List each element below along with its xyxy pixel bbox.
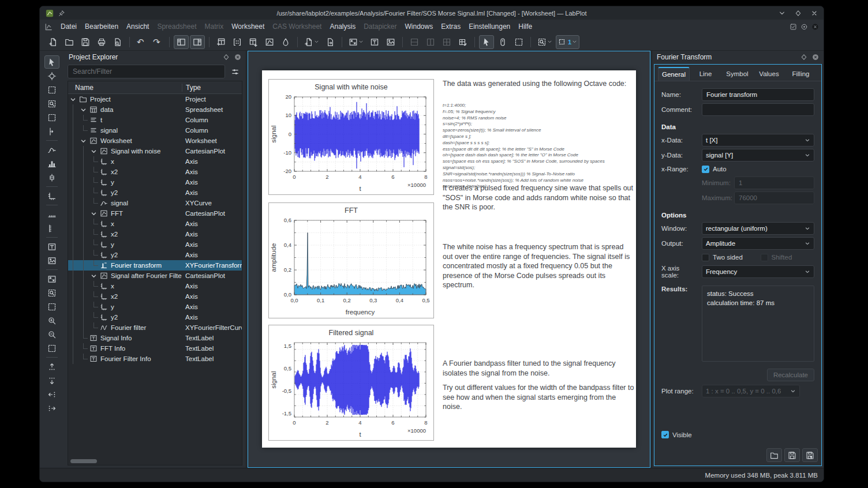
plot-fft[interactable]: FFT0,00,10,20,30,40,50,00,20,40,6frequen… bbox=[268, 202, 434, 318]
plot-range-select[interactable]: 1 : x = 0 .. 0,5, y = 0 .. 0,6 bbox=[702, 385, 800, 397]
side-tool-dashedbox-button[interactable] bbox=[44, 341, 59, 355]
tab-symbol[interactable]: Symbol bbox=[721, 67, 753, 81]
tree-row[interactable]: Fourier transformXYFourierTransformCurve bbox=[68, 260, 242, 271]
minimum-field[interactable] bbox=[734, 177, 814, 189]
side-tool-image-button[interactable] bbox=[44, 254, 59, 267]
side-tool-dashedbox-button[interactable] bbox=[44, 111, 59, 124]
dock-close-icon[interactable] bbox=[234, 54, 241, 61]
plot-signal-with-white-noise[interactable]: Signal with white noise02468-20-1001020t… bbox=[268, 79, 434, 195]
tab-general[interactable]: General bbox=[658, 67, 690, 81]
side-tool-axish-button[interactable] bbox=[44, 208, 59, 221]
tree-row[interactable]: yAxis bbox=[68, 177, 242, 187]
side-tool-axisv-button[interactable] bbox=[44, 222, 59, 235]
menu-windows[interactable]: Windows bbox=[401, 21, 437, 32]
tree-row[interactable]: x2Axis bbox=[68, 167, 242, 177]
titlebar[interactable]: /usr/share/labplot2/examples/Analysis/Fo… bbox=[40, 6, 824, 20]
xdata-select[interactable]: t [X] bbox=[702, 134, 814, 147]
plot-count-button[interactable]: 1 bbox=[556, 35, 579, 49]
plot-filtered-signal[interactable]: Filtered signal02468-1,5-0,50,51,5t×1000… bbox=[268, 325, 434, 441]
tree-row[interactable]: tColumn bbox=[68, 115, 242, 125]
tree-row[interactable]: yAxis bbox=[68, 302, 242, 312]
tree-row[interactable]: xAxis bbox=[68, 281, 242, 291]
menu-extras[interactable]: Extras bbox=[437, 21, 465, 32]
comment-field[interactable] bbox=[702, 103, 814, 116]
toggle-project-explorer-button[interactable] bbox=[174, 35, 189, 49]
tree-row[interactable]: xAxis bbox=[68, 156, 242, 167]
side-tool-boxplot-button[interactable] bbox=[44, 171, 59, 184]
tree-expander[interactable] bbox=[78, 136, 89, 146]
saveas-button[interactable] bbox=[802, 448, 818, 462]
tree-expander[interactable] bbox=[78, 104, 89, 115]
tree-row[interactable]: signalXYCurve bbox=[68, 198, 242, 208]
redo-button[interactable]: ↷ bbox=[150, 35, 165, 49]
auto-checkbox[interactable] bbox=[702, 166, 709, 173]
side-tool-arrow-button[interactable] bbox=[44, 55, 59, 69]
menu-analysis[interactable]: Analysis bbox=[326, 21, 360, 32]
new-datapicker-button[interactable] bbox=[262, 35, 277, 49]
horizontal-scrollbar[interactable] bbox=[70, 459, 97, 463]
tree-expander[interactable] bbox=[89, 208, 99, 219]
side-tool-shiftright-button[interactable] bbox=[44, 401, 59, 415]
save-button[interactable] bbox=[784, 448, 800, 462]
side-tool-zoomin-button[interactable] bbox=[44, 314, 59, 327]
side-tool-xycurve-button[interactable] bbox=[44, 143, 59, 156]
menu-einstellungen[interactable]: Einstellungen bbox=[465, 21, 514, 32]
pin-icon[interactable] bbox=[58, 10, 65, 17]
side-tool-shiftdown-button[interactable] bbox=[44, 374, 59, 387]
menu-datei[interactable]: Datei bbox=[57, 21, 81, 32]
tree-row[interactable]: Fourier filterXYFourierFilterCurve bbox=[68, 322, 242, 333]
new-workbook-button[interactable] bbox=[246, 35, 261, 49]
filter-options-button[interactable] bbox=[227, 65, 242, 78]
search-input[interactable] bbox=[68, 65, 225, 78]
tree-row[interactable]: Signal with noiseCartesianPlot bbox=[68, 146, 242, 156]
grid-layout-button[interactable] bbox=[439, 35, 454, 49]
side-tool-axis-button[interactable] bbox=[44, 189, 59, 202]
tree-column-headers[interactable]: Name Type bbox=[68, 81, 242, 94]
import-button[interactable] bbox=[278, 35, 293, 49]
worksheet-zoom-button[interactable] bbox=[346, 35, 366, 49]
tab-filling[interactable]: Filling bbox=[785, 67, 817, 81]
tree-row[interactable]: y2Axis bbox=[68, 312, 242, 322]
intro-text[interactable]: The data was generated using the followi… bbox=[443, 79, 634, 89]
shifted-checkbox[interactable] bbox=[761, 254, 768, 261]
tree-row[interactable]: WorksheetWorksheet bbox=[68, 136, 242, 146]
tab-line[interactable]: Line bbox=[690, 67, 721, 81]
new-matrix-button[interactable] bbox=[230, 35, 245, 49]
print-preview-button[interactable] bbox=[110, 35, 125, 49]
window-maximize-button[interactable] bbox=[795, 10, 802, 17]
menubar-checksq-icon[interactable] bbox=[790, 23, 797, 31]
menu-worksheet[interactable]: Worksheet bbox=[227, 21, 268, 32]
side-tool-dashedbox-button[interactable] bbox=[44, 300, 59, 313]
side-tool-crosshair-button[interactable] bbox=[44, 69, 59, 82]
tree-row[interactable]: Signal after Fourier FilterCartesianPlot bbox=[68, 271, 242, 281]
horizontal-layout-button[interactable] bbox=[423, 35, 438, 49]
side-tool-dashedbox-button[interactable] bbox=[44, 83, 59, 96]
menu-ansicht[interactable]: Ansicht bbox=[122, 21, 153, 32]
navigate-mode-button[interactable] bbox=[495, 35, 510, 49]
dock-float-icon[interactable] bbox=[800, 54, 807, 61]
ydata-select[interactable]: signal [Y] bbox=[702, 149, 814, 162]
tree-row[interactable]: ProjectProject bbox=[68, 94, 242, 104]
menu-bearbeiten[interactable]: Bearbeiten bbox=[81, 21, 122, 32]
folder-button[interactable] bbox=[766, 448, 782, 462]
zoom-select-mode-button[interactable] bbox=[511, 35, 526, 49]
dock-close-icon[interactable] bbox=[812, 54, 819, 61]
worksheet-page[interactable]: The data was generated using the followi… bbox=[262, 70, 636, 448]
side-tool-zoomfitw-button[interactable] bbox=[44, 272, 59, 286]
menu-spreadsheet[interactable]: Spreadsheet bbox=[153, 21, 200, 32]
add-text-label-button[interactable] bbox=[367, 35, 382, 49]
dock-float-icon[interactable] bbox=[223, 54, 230, 61]
open-project-button[interactable] bbox=[62, 35, 77, 49]
two-sided-checkbox[interactable] bbox=[702, 254, 709, 261]
tree-row[interactable]: FFT InfoTextLabel bbox=[68, 343, 242, 354]
window-minimize-button[interactable] bbox=[779, 10, 785, 17]
octave-code-block[interactable]: t=1:1:4000;f=.05; % Signal frequencynois… bbox=[443, 103, 634, 190]
tree-row[interactable]: FFTCartesianPlot bbox=[68, 208, 242, 219]
menu-hilfe[interactable]: Hilfe bbox=[514, 21, 536, 32]
filter-note1-text[interactable]: A Fourier bandpass filter tuned to the s… bbox=[443, 359, 634, 378]
new-worksheet-button[interactable] bbox=[302, 35, 321, 49]
menubar-circdot-icon[interactable] bbox=[800, 23, 808, 31]
after-code-text[interactable]: It creates a pulsed fixed frequency sine… bbox=[443, 183, 634, 212]
side-tool-shiftleft-button[interactable] bbox=[44, 388, 59, 401]
tree-expander[interactable] bbox=[89, 146, 99, 156]
